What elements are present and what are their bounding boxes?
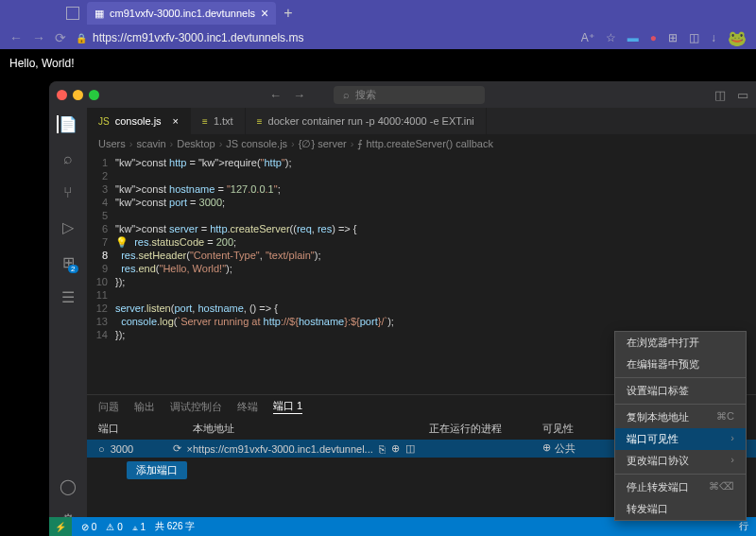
panel-tab[interactable]: 终端 <box>237 400 258 414</box>
file-icon: JS <box>98 116 110 127</box>
menu-item[interactable]: 复制本地地址⌘C <box>615 406 746 428</box>
remote-icon[interactable]: ☰ <box>61 288 75 306</box>
remote-indicator[interactable]: ⚡ <box>49 517 72 536</box>
panel-tab[interactable]: 问题 <box>98 400 119 414</box>
close-icon[interactable]: × <box>261 6 268 21</box>
search-activity-icon[interactable]: ⌕ <box>63 150 73 167</box>
close-window[interactable] <box>57 90 67 100</box>
refresh-button[interactable]: ⟳ <box>55 30 66 45</box>
globe-icon[interactable]: ⊕ <box>391 442 400 455</box>
split-icon[interactable]: ◫ <box>689 31 699 44</box>
add-port-button[interactable]: 添加端口 <box>127 461 187 479</box>
editor-tabs: JSconsole.js×≡1.txt≡docker container run… <box>87 108 756 134</box>
nav-forward[interactable]: → <box>293 88 305 102</box>
url-text: https://cm91vxfv-3000.inc1.devtunnels.ms <box>93 31 303 44</box>
menu-item[interactable]: 更改端口协议› <box>615 450 746 472</box>
maximize-window[interactable] <box>89 90 99 100</box>
panel-tab[interactable]: 输出 <box>134 400 155 414</box>
ports-count[interactable]: ⟁ 1 <box>132 522 146 532</box>
context-menu: 在浏览器中打开在编辑器中预览设置端口标签复制本地地址⌘C端口可见性›更改端口协议… <box>614 331 747 521</box>
breadcrumb-item[interactable]: Desktop <box>177 138 215 150</box>
panel-icon[interactable]: ▭ <box>737 88 748 102</box>
file-icon: ≡ <box>257 116 263 127</box>
menu-item[interactable]: 转发端口 <box>615 498 746 520</box>
close-icon[interactable]: × <box>173 115 179 127</box>
port-status-icon: ○ <box>98 443 105 455</box>
browser-chrome: ▦ cm91vxfv-3000.inc1.devtunnels × + ← → … <box>0 0 756 49</box>
explorer-icon[interactable]: 📄 <box>57 115 77 133</box>
breadcrumb-item[interactable]: Users <box>98 138 126 150</box>
errors-count[interactable]: ⊘ 0 <box>81 522 96 532</box>
copy-icon[interactable]: ⎘ <box>379 443 386 455</box>
breadcrumb-item[interactable]: {∅} server <box>299 138 347 150</box>
preview-icon[interactable]: ◫ <box>405 442 415 455</box>
source-control-icon[interactable]: ⑂ <box>63 184 73 201</box>
nav-back[interactable]: ← <box>269 88 282 102</box>
vscode-window: ← → ⌕ 搜索 ◫ ▭ 📄 ⌕ ⑂ ▷ ⊞2 ☰ ◯ ⚙ JSconsole.… <box>49 81 756 536</box>
menu-item[interactable]: 停止转发端口⌘⌫ <box>615 476 746 498</box>
breadcrumb-item[interactable]: JS console.js <box>226 138 287 150</box>
lock-icon: 🔒 <box>76 33 87 43</box>
command-search[interactable]: ⌕ 搜索 <box>334 86 485 104</box>
code-editor[interactable]: "kw">const http = "kw">require("http");"… <box>115 156 394 394</box>
search-icon: ⌕ <box>343 89 350 100</box>
word-count[interactable]: 共 626 字 <box>155 520 195 533</box>
account-icon[interactable]: ◯ <box>60 477 77 495</box>
menu-item[interactable]: 在编辑器中预览 <box>615 354 746 375</box>
back-button[interactable]: ← <box>9 30 23 45</box>
panel-tab[interactable]: 调试控制台 <box>170 400 222 414</box>
editor-tab[interactable]: ≡1.txt <box>191 108 246 134</box>
page-content: Hello, World! <box>0 49 756 78</box>
globe-icon: ⊕ <box>542 441 551 456</box>
breadcrumb-item[interactable]: ⨍ http.createServer() callback <box>357 138 493 150</box>
titlebar: ← → ⌕ 搜索 ◫ ▭ <box>49 81 756 108</box>
new-tab-button[interactable]: + <box>284 5 292 22</box>
browser-tab[interactable]: ▦ cm91vxfv-3000.inc1.devtunnels × <box>87 2 276 25</box>
text-size-icon[interactable]: A⁺ <box>581 31 594 44</box>
debug-icon[interactable]: ▷ <box>62 218 74 236</box>
panel-tab[interactable]: 端口 1 <box>273 399 302 414</box>
refresh-icon[interactable]: ⟳ <box>173 442 181 455</box>
window-icon <box>66 7 79 20</box>
star-icon[interactable]: ☆ <box>606 31 616 44</box>
activity-bar: 📄 ⌕ ⑂ ▷ ⊞2 ☰ ◯ ⚙ <box>49 108 87 536</box>
extensions-icon[interactable]: ⊞2 <box>62 253 75 271</box>
menu-item[interactable]: 端口可见性› <box>615 428 746 450</box>
more-icon[interactable]: ↓ <box>711 31 716 44</box>
position[interactable]: 行 <box>739 520 748 533</box>
layout-icon[interactable]: ◫ <box>714 88 726 102</box>
minimize-window[interactable] <box>73 90 83 100</box>
profile-icon[interactable]: 🐸 <box>728 29 747 47</box>
line-numbers: 1234567891011121314 <box>87 156 115 394</box>
breadcrumb[interactable]: Users›scavin›Desktop›JS console.js›{∅} s… <box>87 134 756 154</box>
menu-item[interactable]: 在浏览器中打开 <box>615 332 746 354</box>
extension-icon-2[interactable]: ● <box>650 31 657 44</box>
editor-tab[interactable]: ≡docker container run -p 4000:4000 -e EX… <box>246 108 487 134</box>
menu-item[interactable]: 设置端口标签 <box>615 380 746 402</box>
extension-icon[interactable]: ▬ <box>627 31 639 44</box>
forward-button[interactable]: → <box>32 30 45 45</box>
address-bar[interactable]: 🔒 https://cm91vxfv-3000.inc1.devtunnels.… <box>76 31 572 44</box>
breadcrumb-item[interactable]: scavin <box>136 138 165 150</box>
tab-title: cm91vxfv-3000.inc1.devtunnels <box>110 8 255 19</box>
warnings-count[interactable]: ⚠ 0 <box>106 522 122 532</box>
editor-tab[interactable]: JSconsole.js× <box>87 108 191 134</box>
tab-favicon: ▦ <box>94 8 104 20</box>
file-icon: ≡ <box>202 116 208 127</box>
collections-icon[interactable]: ⊞ <box>668 31 678 44</box>
